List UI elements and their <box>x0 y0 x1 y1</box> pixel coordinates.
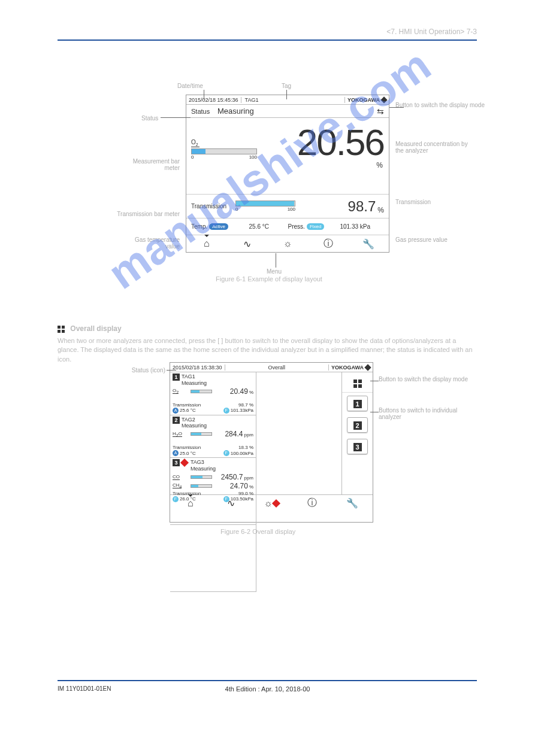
fig62-caption: Figure 6-2 Overall display <box>220 528 295 535</box>
topbar: 2015/02/18 15:45:36 TAG1 YOKOGAWA <box>186 95 389 105</box>
press-mode-pill: Fixed <box>307 223 325 230</box>
brand-diamond-icon <box>364 364 371 371</box>
tile-grid: 1 TAG1Measuring O220.49% Transmission98.… <box>170 372 341 494</box>
callout-tag: Tag <box>282 83 291 89</box>
main-value: 20.56 <box>297 122 384 163</box>
status-row: Status Measuring ⇆ <box>186 105 389 118</box>
top-rule <box>58 40 477 41</box>
trans-label: Transmission <box>191 203 235 210</box>
menu-bar: ⌂ ∿ ☼ ⓘ 🔧 <box>186 235 389 252</box>
gas-label: O2 <box>191 139 200 147</box>
callout-trans: Transmission <box>395 199 431 205</box>
temp-mode-icon: A <box>173 408 179 414</box>
info-icon[interactable]: ⓘ <box>303 497 321 509</box>
callout-date: Date/time <box>177 83 203 89</box>
callout-press: Gas pressure value <box>395 236 448 243</box>
nav-button-3[interactable]: 3 <box>347 439 368 454</box>
alarm-icon <box>180 459 189 467</box>
trans-unit: % <box>376 206 384 218</box>
overall-heading: Overall display <box>58 324 122 333</box>
tile-tag: TAG1 <box>182 374 207 380</box>
tile-status: Measuring <box>182 380 207 387</box>
tile-2[interactable]: 2 TAG2Measuring H2O284.4ppm Transmission… <box>170 415 256 459</box>
page-header: <7. HMI Unit Operation> 7-3 <box>386 28 477 36</box>
overall-switch-button[interactable] <box>342 372 373 393</box>
switch-display-button[interactable]: ⇆ <box>377 107 384 116</box>
datetime: 2015/02/18 15:45:36 <box>186 97 241 103</box>
callout-switch: Button to switch the display mode <box>395 102 485 108</box>
press-mode-icon: F <box>223 408 229 414</box>
nav-button-1[interactable]: 1 <box>347 396 368 411</box>
calloutB-status: Status (icon) <box>122 367 165 374</box>
tile-num: 1 <box>173 374 180 381</box>
bottom-rule <box>58 680 477 681</box>
trans-bar <box>235 201 295 207</box>
trans-value: 98.7 <box>295 198 376 215</box>
brand: YOKOGAWA <box>328 365 373 371</box>
calloutB-nav: Buttons to switch to individual analyzer <box>379 407 468 420</box>
overall-paragraph: When two or more analyzers are connected… <box>58 336 477 364</box>
home-icon[interactable]: ⌂ <box>198 238 216 249</box>
home-icon[interactable]: ⌂ <box>182 498 200 509</box>
press-label: Press. <box>288 223 305 230</box>
temp-value: 25.6 <box>249 223 261 230</box>
callout-tbar: Transmission bar meter <box>114 211 180 217</box>
callout-meas: Measured concentration by the analyzer <box>395 141 473 154</box>
callout-mbar: Measurement bar meter <box>120 158 180 171</box>
alarm-nav-icon[interactable]: ☼ <box>262 498 280 509</box>
press-value: 101.33 <box>340 223 358 230</box>
callout-temp: Gas temperature value <box>120 236 180 250</box>
topbar: 2015/02/18 15:38:30 Overall YOKOGAWA <box>170 363 373 372</box>
side-nav: 1 2 3 <box>341 372 373 494</box>
tile-1[interactable]: 1 TAG1Measuring O220.49% Transmission98.… <box>170 372 256 415</box>
transmission-row: Transmission 0100 98.7 % <box>186 195 389 218</box>
temp-mode-pill: Active <box>209 223 228 230</box>
title: Overall <box>225 365 328 371</box>
temp-label: Temp. <box>191 223 207 230</box>
callout-status: Status <box>141 115 158 122</box>
tag-field: TAG1 <box>241 97 344 103</box>
optics-icon[interactable]: ☼ <box>279 238 297 249</box>
config-icon[interactable]: 🔧 <box>359 238 377 250</box>
gas-scale: 0100 <box>191 154 257 160</box>
home-screen: 2015/02/18 15:45:36 TAG1 YOKOGAWA Status… <box>186 95 389 253</box>
temp-press-row: Temp. Active 25.6 °C Press. Fixed 101.33… <box>186 218 389 235</box>
fig61-caption: Figure 6-1 Example of display layout <box>216 275 322 283</box>
info-icon[interactable]: ⓘ <box>319 238 337 250</box>
status-label: Status <box>191 108 217 115</box>
datetime: 2015/02/18 15:38:30 <box>170 365 225 371</box>
main-area: O2 0100 20.56 % <box>186 118 389 195</box>
overall-screen: 2015/02/18 15:38:30 Overall YOKOGAWA 1 T… <box>170 362 373 523</box>
brand-diamond-icon <box>380 96 387 103</box>
callout-menu: Menu <box>267 268 282 275</box>
status-value: Measuring <box>217 107 254 116</box>
calloutB-switch: Button to switch the display mode <box>379 376 468 382</box>
trend-icon[interactable]: ∿ <box>238 238 256 250</box>
trend-icon[interactable]: ∿ <box>222 497 240 509</box>
brand: YOKOGAWA <box>344 97 389 103</box>
nav-button-2[interactable]: 2 <box>347 417 368 433</box>
footer-edition: 4th Edition : Apr. 10, 2018-00 <box>0 685 535 693</box>
gas-bar <box>191 148 257 154</box>
tile-3[interactable]: 3 TAG3Measuring CO2450.7ppm CH424.70% Tr… <box>170 458 256 525</box>
config-icon[interactable]: 🔧 <box>343 497 361 509</box>
